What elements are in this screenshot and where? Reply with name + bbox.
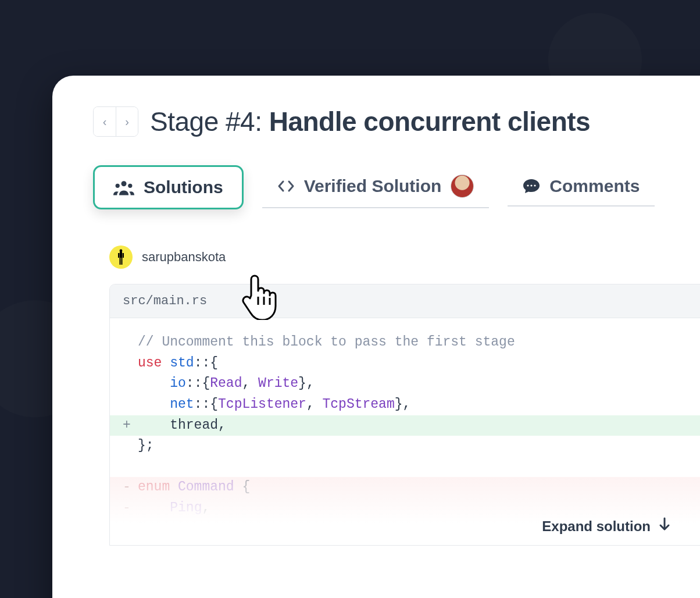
svg-point-2 [128,184,132,188]
svg-point-4 [531,184,533,186]
svg-rect-14 [122,258,123,265]
tab-solutions[interactable]: Solutions [93,165,244,209]
arrow-down-icon [659,515,670,537]
tab-bar: Solutions Verified Solution C [93,165,700,209]
code-line: net::{TcpListener, TcpStream}, [110,394,700,415]
code-card: src/main.rs // Uncomment this block to p… [109,284,700,546]
svg-point-1 [116,184,120,188]
stage-name: Handle concurrent clients [269,106,590,137]
chat-icon [523,178,540,194]
svg-point-9 [120,250,123,252]
code-line: }; [110,436,700,457]
stage-nav: ‹ › [93,106,138,137]
author-avatar [109,245,133,269]
expand-solution-label: Expand solution [542,515,651,537]
code-body: // Uncomment this block to pass the firs… [110,318,700,545]
code-line: use std::{ [110,353,700,374]
code-line: + thread, [110,415,700,436]
svg-point-5 [534,184,536,186]
tab-solutions-label: Solutions [144,177,223,197]
solution-block: sarupbanskota src/main.rs // Uncomment t… [109,245,700,546]
code-icon [277,179,295,194]
tab-comments-label: Comments [549,176,640,196]
svg-rect-11 [118,253,120,258]
svg-rect-10 [120,252,122,258]
solution-author: sarupbanskota [109,245,700,269]
svg-rect-12 [123,253,124,258]
code-line: io::{Read, Write}, [110,373,700,394]
tab-comments[interactable]: Comments [508,168,655,207]
tab-verified-label: Verified Solution [304,176,442,196]
stage-header: ‹ › Stage #4: Handle concurrent clients [93,106,700,137]
svg-rect-13 [120,258,121,265]
svg-point-3 [527,184,529,186]
svg-point-0 [122,181,127,186]
prev-stage-button[interactable]: ‹ [94,107,116,136]
tab-verified-solution[interactable]: Verified Solution [262,166,490,208]
code-line: -enum Command { [110,477,700,498]
stage-prefix: Stage #4: [150,106,262,137]
people-icon [113,179,134,196]
author-name: sarupbanskota [142,250,226,265]
stage-card: ‹ › Stage #4: Handle concurrent clients … [52,76,700,598]
verified-author-avatar [451,175,474,198]
expand-solution-button[interactable]: Expand solution [542,515,670,537]
next-stage-button[interactable]: › [116,107,138,136]
code-line: // Uncomment this block to pass the firs… [110,332,700,353]
code-file-path: src/main.rs [110,284,700,318]
code-line [110,457,700,478]
page-title: Stage #4: Handle concurrent clients [150,106,590,137]
